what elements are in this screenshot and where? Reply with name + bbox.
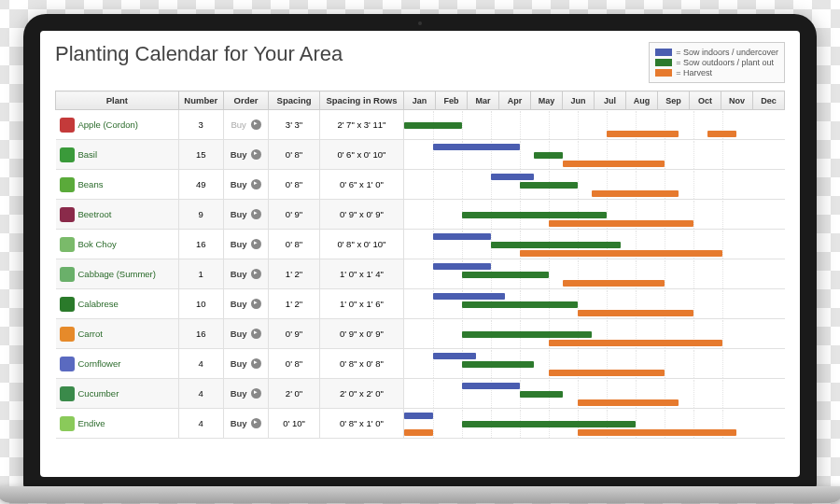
col-month[interactable]: Nov — [721, 91, 752, 110]
buy-icon[interactable] — [251, 209, 261, 219]
plant-link[interactable]: Calabrese — [56, 289, 179, 319]
plant-link[interactable]: Cornflower — [56, 349, 179, 379]
col-month[interactable]: Apr — [498, 91, 530, 110]
plant-icon — [60, 386, 75, 401]
buy-button[interactable]: Buy — [231, 388, 247, 399]
col-month[interactable]: Feb — [435, 91, 467, 110]
gantt-bar-blue — [433, 263, 491, 270]
col-month[interactable]: Mar — [467, 91, 498, 110]
buy-button[interactable]: Buy — [231, 358, 247, 369]
buy-icon[interactable] — [251, 329, 261, 339]
buy-icon[interactable] — [251, 358, 261, 369]
order-cell[interactable]: Buy — [223, 379, 268, 409]
col-number[interactable]: Number — [178, 91, 223, 110]
order-cell[interactable]: Buy — [223, 349, 268, 379]
buy-button[interactable]: Buy — [231, 239, 247, 249]
plant-link[interactable]: Endive — [56, 409, 179, 439]
order-cell[interactable]: Buy — [223, 170, 268, 200]
gantt-bar-blue — [433, 293, 506, 300]
gantt-cell — [403, 259, 784, 289]
gantt-bar-green — [462, 301, 578, 308]
legend-label: = Sow indoors / undercover — [676, 48, 778, 57]
table-row: Beetroot9Buy 0' 9"0' 9" x 0' 9" — [56, 200, 785, 230]
col-order[interactable]: Order — [223, 91, 268, 110]
gantt-bar-orange — [549, 340, 722, 346]
spacing-rows-cell: 0' 9" x 0' 9" — [319, 200, 403, 230]
order-cell[interactable]: Buy — [223, 409, 268, 439]
screen: Planting Calendar for Your Area = Sow in… — [40, 31, 800, 477]
order-cell[interactable]: Buy — [223, 230, 268, 259]
buy-icon[interactable] — [251, 269, 261, 279]
order-cell[interactable]: Buy — [223, 200, 268, 230]
plant-link[interactable]: Cabbage (Summer) — [56, 259, 179, 289]
plant-link[interactable]: Beetroot — [56, 200, 179, 230]
number-cell: 9 — [178, 200, 223, 230]
gantt-bar-green — [534, 152, 563, 159]
col-month[interactable]: Jan — [403, 91, 435, 110]
laptop-frame: Planting Calendar for Your Area = Sow in… — [23, 14, 817, 490]
spacing-rows-cell: 1' 0" x 1' 6" — [319, 289, 403, 319]
spacing-rows-cell: 0' 9" x 0' 9" — [319, 319, 403, 349]
col-month[interactable]: Jun — [562, 91, 594, 110]
legend-item: = Sow outdoors / plant out — [655, 58, 778, 67]
order-cell[interactable]: Buy — [223, 140, 268, 170]
buy-button[interactable]: Buy — [231, 179, 247, 189]
gantt-bar-green — [491, 242, 622, 248]
gantt-bar-green — [520, 391, 564, 398]
col-spacing[interactable]: Spacing — [269, 91, 320, 110]
table-row: Endive4Buy 0' 10"0' 8" x 1' 0" — [56, 409, 785, 439]
spacing-rows-cell: 1' 0" x 1' 4" — [319, 259, 403, 289]
plant-link[interactable]: Beans — [56, 170, 179, 200]
spacing-rows-cell: 0' 6" x 0' 10" — [319, 140, 403, 170]
spacing-rows-cell: 0' 8" x 0' 10" — [319, 230, 403, 259]
order-cell[interactable]: Buy — [223, 259, 268, 289]
gantt-cell — [403, 289, 784, 319]
laptop-camera — [418, 21, 422, 25]
buy-icon[interactable] — [251, 179, 261, 189]
buy-icon[interactable] — [251, 299, 261, 309]
plant-link[interactable]: Basil — [56, 140, 179, 170]
gantt-cell — [403, 170, 784, 200]
plant-link[interactable]: Bok Choy — [56, 230, 179, 259]
gantt-bar-orange — [563, 161, 665, 167]
buy-icon — [251, 119, 261, 130]
legend-item: = Sow indoors / undercover — [655, 48, 778, 57]
buy-icon[interactable] — [251, 388, 261, 399]
spacing-cell: 1' 2" — [269, 259, 320, 289]
buy-icon[interactable] — [251, 239, 261, 249]
gantt-bar-green — [462, 331, 593, 338]
col-month[interactable]: Sep — [657, 91, 689, 110]
gantt-bar-green — [462, 272, 549, 278]
col-plant[interactable]: Plant — [56, 91, 179, 110]
col-spacing-rows[interactable]: Spacing in Rows — [319, 91, 403, 110]
buy-button[interactable]: Buy — [231, 149, 247, 160]
gantt-cell — [403, 319, 784, 349]
planting-table: PlantNumberOrderSpacingSpacing in RowsJa… — [55, 91, 785, 439]
buy-button[interactable]: Buy — [231, 299, 247, 309]
col-month[interactable]: Dec — [752, 91, 784, 110]
number-cell: 10 — [178, 289, 223, 319]
buy-button[interactable]: Buy — [231, 269, 247, 279]
legend-label: = Sow outdoors / plant out — [676, 58, 774, 67]
buy-icon[interactable] — [251, 418, 261, 428]
plant-link[interactable]: Apple (Cordon) — [56, 110, 179, 140]
buy-button[interactable]: Buy — [231, 329, 247, 339]
plant-link[interactable]: Carrot — [56, 319, 179, 349]
col-month[interactable]: Aug — [625, 91, 657, 110]
gantt-bar-orange — [563, 280, 665, 287]
spacing-cell: 0' 8" — [269, 140, 320, 170]
col-month[interactable]: Jul — [594, 91, 625, 110]
buy-icon[interactable] — [251, 149, 261, 160]
col-month[interactable]: Oct — [689, 91, 721, 110]
order-cell[interactable]: Buy — [223, 319, 268, 349]
number-cell: 49 — [178, 170, 223, 200]
gantt-bar-green — [462, 361, 535, 368]
gantt-cell — [403, 230, 784, 259]
buy-button[interactable]: Buy — [231, 418, 247, 428]
col-month[interactable]: May — [530, 91, 562, 110]
legend-item: = Harvest — [655, 68, 778, 77]
buy-button[interactable]: Buy — [231, 209, 247, 219]
order-cell[interactable]: Buy — [223, 289, 268, 319]
plant-link[interactable]: Cucumber — [56, 379, 179, 409]
gantt-cell — [403, 349, 784, 379]
